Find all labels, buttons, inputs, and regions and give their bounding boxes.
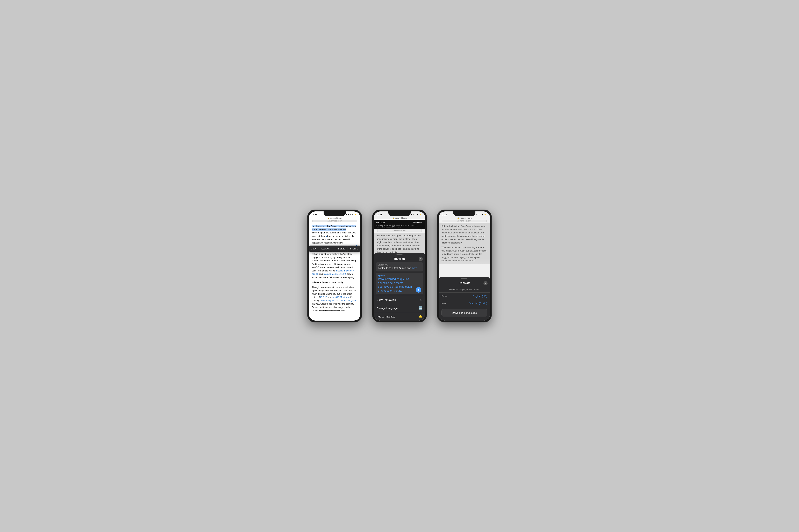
phones-container: 2:28 ▲▲▲ ▼ ⚡ 🔒 macworld.com ADVERTISEMEN… — [307, 210, 492, 322]
from-label-3: From — [441, 294, 448, 298]
sheet-handle-3 — [461, 278, 468, 279]
time-3: 2:21 — [442, 213, 447, 216]
sheet-close-3[interactable]: ✕ — [484, 281, 488, 285]
trans-lang-2: Spanish — [378, 274, 421, 277]
ios15-link-1[interactable]: iOS 15 — [320, 296, 327, 298]
into-label-3: Into — [441, 302, 446, 305]
source-lang-2: English (US) — [378, 264, 421, 266]
translate-sheet-2: Translate ✕ English (US) But the truth i… — [374, 253, 425, 321]
wifi-icon-1: ▼ — [352, 213, 354, 215]
from-lang-row: From English (US) — [439, 292, 490, 300]
signal-icon-1: ▲▲▲ — [346, 213, 351, 215]
status-icons-3: ▲▲▲ ▼ ⚡ — [475, 213, 487, 216]
context-translate-1[interactable]: Translate — [333, 246, 348, 252]
time-1: 2:28 — [312, 213, 317, 216]
url-bar-3[interactable]: 🔒 macworld.com — [439, 216, 490, 220]
context-menu-1: Copy Look Up Translate Share... — [309, 246, 360, 252]
shop-link[interactable]: Shop now › — [413, 221, 423, 224]
verizon-banner: verizon✓ Shop now › 5G Ultra Wideband av… — [374, 220, 425, 229]
sheet-header-3: Translate ✕ — [439, 279, 490, 286]
download-languages-button[interactable]: Download Languages — [441, 309, 487, 317]
battery-icon-1: ⚡ — [355, 213, 357, 216]
strikethrough-1: iPhone Portrait Mode — [319, 309, 340, 312]
url-text-3: macworld.com — [459, 217, 472, 219]
copy-icon-2: ⧉ — [420, 298, 422, 302]
status-icons-2: ▲▲▲ ▼ ⚡ — [411, 213, 422, 216]
status-icons-1: ▲▲▲ ▼ ⚡ — [346, 213, 357, 216]
ad-banner-2: ADVERTISEMENT — [377, 229, 422, 232]
phone-3-screen: 2:21 ▲▲▲ ▼ ⚡ 🔒 macworld.com ADVERTISEMEN… — [439, 211, 490, 321]
lock-icon-2: 🔒 — [392, 217, 394, 219]
context-share-1[interactable]: Share... — [348, 246, 360, 252]
download-hint-3: Download languages to translate. — [439, 286, 490, 292]
time-2: 2:23 — [377, 213, 382, 216]
copy-translation-item[interactable]: Copy Translation ⧉ — [374, 296, 425, 304]
verizon-sub: 5G Ultra Wideband available only in part… — [376, 224, 423, 228]
selection-handle-top-1 — [326, 236, 327, 237]
sheet-title-3: Translate — [458, 282, 470, 285]
trans-block-2: Spanish Pero la verdad es que los anunci… — [376, 273, 423, 294]
battery-icon-2: ⚡ — [419, 213, 422, 216]
notch-2 — [388, 211, 411, 216]
into-lang-row: Into Spanish (Spain) — [439, 300, 490, 307]
lock-icon-1: 🔒 — [327, 217, 329, 219]
thing-link-1[interactable]: been doing this sort of thing for years — [320, 299, 357, 302]
lock-icon-3: 🔒 — [457, 217, 459, 219]
url-text-1: macworld.com — [330, 217, 342, 219]
more-link-2[interactable]: more — [411, 267, 417, 269]
add-favorites-item[interactable]: Add to Favorites ⭐ — [374, 312, 425, 321]
phone-2-screen: 2:23 ▲▲▲ ▼ ⚡ 🔒 macworld.com verizon✓ Sho… — [374, 211, 425, 321]
phone-1-screen: 2:28 ▲▲▲ ▼ ⚡ 🔒 macworld.com ADVERTISEMEN… — [309, 211, 360, 321]
download-sheet-3: Translate ✕ Download languages to transl… — [439, 277, 490, 321]
url-text-2: macworld.com — [395, 217, 407, 219]
context-copy-1[interactable]: Copy — [309, 246, 319, 252]
macos-link2-1[interactable]: macOS Monterey — [332, 296, 349, 298]
wifi-icon-3: ▼ — [482, 213, 484, 215]
url-bar-1[interactable]: 🔒 macworld.com — [309, 216, 360, 220]
verizon-name: verizon✓ — [376, 221, 386, 224]
wifi-icon-2: ▼ — [417, 213, 419, 215]
article-3: But the truth is that Apple's operating-… — [439, 223, 490, 264]
change-language-item[interactable]: Change Language 🔤 — [374, 304, 425, 312]
ad-banner-1: ADVERTISEMENT — [312, 220, 357, 222]
battery-icon-3: ⚡ — [484, 213, 487, 216]
article-1: But the truth is that Apple's operating-… — [309, 223, 360, 314]
source-block-2: English (US) But the truth is that Apple… — [376, 262, 423, 272]
macos-link-1[interactable]: macOS Monterey 12.0 — [324, 273, 346, 275]
trans-text-2: Pero la verdad es que los anuncios del s… — [378, 277, 421, 292]
notch-3 — [453, 211, 475, 216]
sheet-title-2: Translate — [394, 257, 405, 260]
star-icon-2: ⭐ — [419, 315, 422, 318]
source-text-2: But the truth is that Apple's ope more — [378, 267, 421, 270]
play-button-2[interactable] — [416, 287, 421, 292]
phone-1: 2:28 ▲▲▲ ▼ ⚡ 🔒 macworld.com ADVERTISEMEN… — [307, 210, 362, 322]
from-value-3[interactable]: English (US) — [473, 294, 487, 298]
url-bar-2[interactable]: 🔒 macworld.com — [374, 216, 425, 220]
translate-icon-2: 🔤 — [419, 306, 422, 310]
signal-icon-2: ▲▲▲ — [411, 213, 416, 215]
signal-icon-3: ▲▲▲ — [475, 213, 481, 215]
selected-text-1: But the truth is that Apple's operating-… — [312, 225, 356, 231]
section-heading-1: When a feature isn't ready — [312, 281, 358, 285]
into-value-3[interactable]: Spanish (Spain) — [469, 302, 487, 305]
sheet-close-2[interactable]: ✕ — [419, 257, 423, 261]
phone-3: 2:21 ▲▲▲ ▼ ⚡ 🔒 macworld.com ADVERTISEMEN… — [437, 210, 492, 322]
notch-1 — [324, 211, 346, 216]
sheet-handle-2 — [396, 254, 403, 254]
phone-2: 2:23 ▲▲▲ ▼ ⚡ 🔒 macworld.com verizon✓ Sho… — [372, 210, 427, 322]
context-lookup-1[interactable]: Look Up — [319, 246, 333, 252]
ad-banner-3: ADVERTISEMENT — [442, 220, 487, 222]
sheet-header-2: Translate ✕ — [374, 255, 425, 262]
